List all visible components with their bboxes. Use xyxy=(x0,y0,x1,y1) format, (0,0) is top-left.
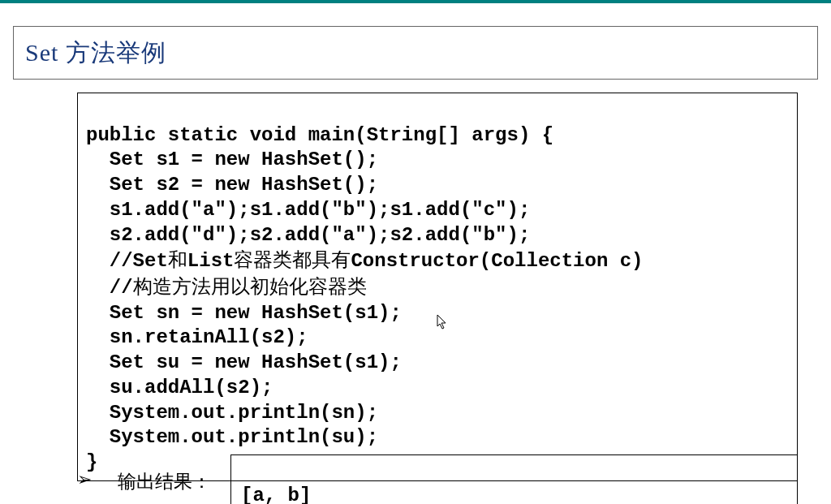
code-line: Set s1 = new HashSet(); xyxy=(86,149,378,170)
output-line: [a, b] xyxy=(241,485,311,504)
code-line: Set s2 = new HashSet(); xyxy=(86,174,378,196)
code-block: public static void main(String[] args) {… xyxy=(77,93,798,481)
code-line: //构造方法用以初始化容器类 xyxy=(86,277,367,299)
code-line: s2.add("d");s2.add("a");s2.add("b"); xyxy=(86,224,530,246)
code-line: Set su = new HashSet(s1); xyxy=(86,351,402,373)
code-line: sn.retainAll(s2); xyxy=(86,326,308,348)
output-label: 输出结果： xyxy=(118,469,211,494)
page-title: Set 方法举例 xyxy=(25,37,166,70)
code-line: System.out.println(sn); xyxy=(86,402,378,424)
output-box: [a, b] [d, a, c, b] xyxy=(230,454,798,504)
code-line: s1.add("a");s1.add("b");s1.add("c"); xyxy=(86,199,530,221)
code-line: //Set和List容器类都具有Constructor(Collection c… xyxy=(86,250,644,272)
title-box: Set 方法举例 xyxy=(13,26,818,80)
bullet-icon: ➢ xyxy=(77,469,92,490)
code-line: su.addAll(s2); xyxy=(86,377,273,398)
output-section: ➢ 输出结果： [a, b] [d, a, c, b] xyxy=(77,454,798,504)
code-line: public static void main(String[] args) { xyxy=(86,124,553,146)
code-line: System.out.println(su); xyxy=(86,426,378,448)
code-line: Set sn = new HashSet(s1); xyxy=(86,302,402,324)
